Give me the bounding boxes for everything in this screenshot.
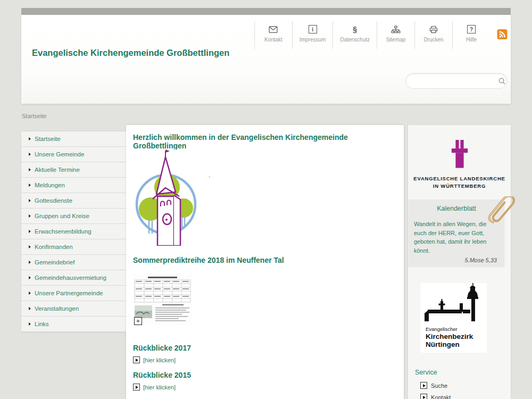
kirchenbezirk-logo[interactable]: Evangelischer Kirchenbezirk Nürtingen	[420, 283, 487, 353]
sidebar-nav: Startseite Unsere Gemeinde Aktuelle Term…	[21, 131, 127, 332]
rueckblicke-2017-link[interactable]: [hier klicken]	[133, 356, 176, 363]
bullet-arrow-icon	[29, 322, 31, 326]
sidebar-item-gemeindehausvermietung[interactable]: Gemeindehausvermietung	[21, 270, 127, 286]
sidebar-item-konfirmanden[interactable]: Konfirmanden	[21, 239, 127, 255]
kirchenbezirk-line1: Evangelischer	[426, 327, 487, 332]
sidebar-item-label: Gruppen und Kreise	[35, 209, 89, 223]
sommerpredigt-heading: Sommerprediktreihe 2018 im Neuffener Tal	[133, 256, 284, 264]
bullet-arrow-icon	[29, 137, 31, 140]
toolbar-hilfe[interactable]: ? Hilfe	[452, 21, 490, 49]
toolbar-datenschutz[interactable]: § Datenschutz	[332, 21, 377, 49]
toolbar-label: Impressum	[300, 37, 326, 43]
play-arrow-icon	[133, 384, 140, 390]
toolbar-label: Sitemap	[386, 37, 406, 43]
kalenderblatt-verse: Wandelt in allen Wegen, die euch der HER…	[414, 220, 496, 255]
sidebar-item-unsere-gemeinde[interactable]: Unsere Gemeinde	[21, 147, 127, 162]
bullet-arrow-icon	[29, 230, 31, 233]
sidebar-item-label: Konfirmanden	[35, 239, 73, 254]
sidebar-item-gottesdienste[interactable]: Gottesdienste	[21, 193, 127, 209]
rss-icon	[497, 29, 508, 41]
sidebar-item-label: Unsere Partnergemeinde	[35, 286, 103, 301]
sidebar-item-label: Veranstaltungen	[35, 301, 79, 316]
rueckblicke-2015-heading: Rückblicke 2015	[133, 371, 191, 379]
breadcrumb[interactable]: Startseite	[22, 113, 46, 119]
wuerttemberg-cross-icon	[450, 162, 470, 171]
kirchenbezirk-line3: Nürtingen	[426, 340, 487, 348]
sitemap-icon	[391, 24, 401, 34]
landeskirche-logo[interactable]: EVANGELISCHE LANDESKIRCHE IN WÜRTTEMBERG	[408, 140, 511, 190]
service-heading: Service	[415, 369, 437, 376]
sidebar-item-veranstaltungen[interactable]: Veranstaltungen	[21, 301, 127, 317]
play-arrow-icon	[420, 382, 427, 389]
bullet-arrow-icon	[29, 184, 31, 187]
sidebar-item-meldungen[interactable]: Meldungen	[21, 178, 127, 193]
play-arrow-icon	[420, 394, 427, 399]
church-skyline-icon	[420, 317, 487, 326]
sidebar-item-gemeindebrief[interactable]: Gemeindebrief	[21, 255, 127, 270]
sidebar-item-label: Unsere Gemeinde	[35, 147, 84, 162]
utility-toolbar: Kontakt i Impressum § Datenschutz Sitema…	[254, 21, 510, 49]
search-icon[interactable]	[498, 77, 506, 85]
service-link-label: Suche	[431, 383, 447, 389]
search-box	[405, 73, 508, 89]
info-box-icon: i	[309, 24, 317, 34]
kalenderblatt-box: Kalenderblatt Wandelt in allen Wegen, di…	[409, 200, 504, 267]
sidebar-item-label: Gemeindehausvermietung	[35, 270, 106, 285]
toolbar-label: Hilfe	[466, 37, 477, 43]
link-label: [hier klicken]	[143, 384, 176, 390]
sidebar-item-links[interactable]: Links	[21, 317, 127, 332]
sidebar-item-label: Gottesdienste	[35, 193, 72, 208]
rss-button[interactable]	[490, 21, 510, 49]
sidebar-item-aktuelle-termine[interactable]: Aktuelle Termine	[21, 162, 127, 178]
toolbar-impressum[interactable]: i Impressum	[292, 21, 332, 49]
bullet-arrow-icon	[29, 245, 31, 248]
question-box-icon: ?	[467, 24, 476, 34]
service-link-label: Kontakt	[431, 394, 451, 399]
sidebar-item-label: Aktuelle Termine	[35, 162, 80, 177]
kirchenbezirk-line2: Kirchenbezirk	[426, 332, 487, 340]
sidebar-item-label: Meldungen	[35, 178, 65, 193]
thumbnail-zoom-icon[interactable]: +	[134, 317, 142, 325]
sidebar-item-erwachsenenbildung[interactable]: Erwachsenenbildung	[21, 224, 127, 239]
service-link-kontakt[interactable]: Kontakt	[420, 394, 451, 399]
sidebar-item-label: Erwachsenenbildung	[35, 224, 92, 239]
landeskirche-line1: EVANGELISCHE LANDESKIRCHE	[408, 175, 511, 182]
main-content: Herzlich willkommen in der Evangelischen…	[126, 125, 404, 399]
sidebar-item-unsere-partnergemeinde[interactable]: Unsere Partnergemeinde	[21, 286, 127, 301]
bullet-arrow-icon	[29, 261, 31, 264]
toolbar-label: Kontakt	[264, 37, 282, 43]
rueckblicke-2015-link[interactable]: [hier klicken]	[133, 384, 176, 390]
sidebar-item-label: Links	[35, 317, 49, 331]
bullet-arrow-icon	[29, 199, 31, 202]
welcome-heading: Herzlich willkommen in der Evangelischen…	[133, 133, 399, 150]
toolbar-sitemap[interactable]: Sitemap	[377, 21, 414, 49]
play-arrow-icon	[133, 356, 140, 363]
toolbar-drucken[interactable]: Drucken	[414, 21, 452, 49]
bullet-arrow-icon	[29, 276, 31, 279]
bullet-arrow-icon	[29, 292, 31, 295]
envelope-icon	[269, 24, 278, 34]
landeskirche-line2: IN WÜRTTEMBERG	[408, 182, 511, 190]
sidebar-item-startseite[interactable]: Startseite	[21, 131, 127, 147]
section-sign-icon: §	[353, 24, 357, 34]
right-sidebar: EVANGELISCHE LANDESKIRCHE IN WÜRTTEMBERG…	[408, 125, 511, 399]
toolbar-label: Drucken	[423, 37, 443, 43]
sidebar-item-label: Startseite	[35, 131, 61, 146]
sidebar-item-gruppen-und-kreise[interactable]: Gruppen und Kreise	[21, 209, 127, 224]
rueckblicke-2017-heading: Rückblicke 2017	[133, 344, 191, 352]
search-input[interactable]	[413, 77, 498, 85]
service-link-suche[interactable]: Suche	[420, 382, 447, 389]
bullet-arrow-icon	[29, 214, 31, 218]
site-title: Evangelische Kirchengemeinde Großbettlin…	[32, 48, 229, 58]
kalenderblatt-title: Kalenderblatt	[409, 200, 504, 212]
bullet-arrow-icon	[29, 153, 31, 156]
toolbar-kontakt[interactable]: Kontakt	[254, 21, 292, 49]
toolbar-label: Datenschutz	[340, 37, 370, 43]
kalenderblatt-reference: 5.Mose 5,33	[409, 257, 497, 263]
link-label: [hier klicken]	[143, 357, 176, 363]
bullet-arrow-icon	[29, 168, 31, 171]
stray-dot: .	[209, 172, 210, 178]
top-gray-bar	[21, 8, 511, 15]
bullet-arrow-icon	[29, 307, 31, 310]
sidebar-item-label: Gemeindebrief	[35, 255, 74, 270]
